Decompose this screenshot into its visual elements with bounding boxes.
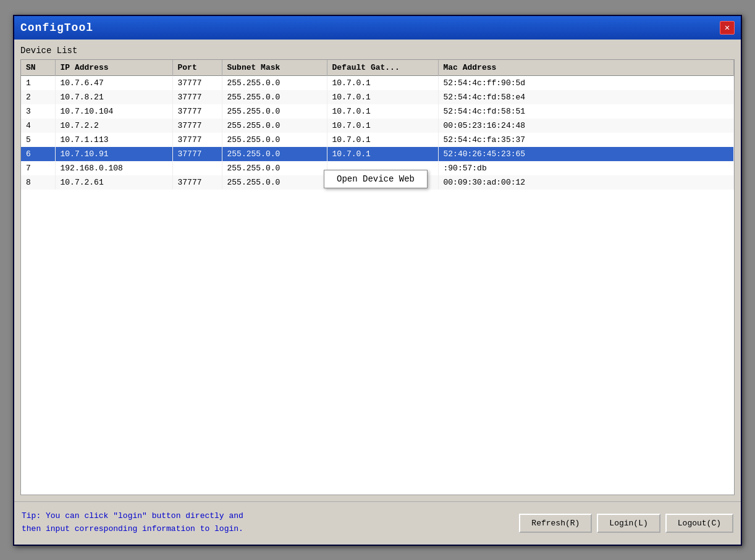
cell-sn: 7 <box>21 161 55 175</box>
title-bar: ConfigTool ✕ <box>14 16 741 40</box>
table-row[interactable]: 110.7.6.4737777255.255.0.010.7.0.152:54:… <box>21 75 734 90</box>
cell-ip: 10.7.1.113 <box>55 133 172 147</box>
cell-gateway: 10.7.0.1 <box>327 90 438 104</box>
cell-sn: 4 <box>21 119 55 133</box>
tip-text: Tip: You can click "login" button direct… <box>22 510 513 536</box>
cell-ip: 10.7.10.104 <box>55 104 172 119</box>
cell-subnet: 255.255.0.0 <box>222 90 327 104</box>
cell-ip: 10.7.10.91 <box>55 147 172 161</box>
cell-mac: 52:54:4c:ff:90:5d <box>438 75 734 90</box>
close-button[interactable]: ✕ <box>720 21 735 35</box>
cell-subnet: 255.255.0.0 <box>222 119 327 133</box>
col-port: Port <box>172 60 222 76</box>
cell-port: 37777 <box>172 90 222 104</box>
cell-subnet: 255.255.0.0 <box>222 75 327 90</box>
cell-mac: 00:05:23:16:24:48 <box>438 119 734 133</box>
table-row[interactable]: 510.7.1.11337777255.255.0.010.7.0.152:54… <box>21 133 734 147</box>
cell-ip: 10.7.2.61 <box>55 175 172 190</box>
cell-sn: 5 <box>21 133 55 147</box>
login-button[interactable]: Login(L) <box>597 514 660 533</box>
context-menu-open-device-web[interactable]: Open Device Web <box>324 170 427 188</box>
logout-button[interactable]: Logout(C) <box>665 514 733 533</box>
cell-ip: 10.7.6.47 <box>55 75 172 90</box>
cell-port <box>172 161 222 175</box>
device-list-table-container: SN IP Address Port Subnet Mask Default G… <box>20 59 735 495</box>
cell-ip: 192.168.0.108 <box>55 161 172 175</box>
cell-mac: 52:40:26:45:23:65 <box>438 147 734 161</box>
cell-port: 37777 <box>172 175 222 190</box>
footer-area: Tip: You can click "login" button direct… <box>14 501 741 545</box>
cell-mac: 52:54:4c:fd:58:51 <box>438 104 734 119</box>
content-area: Device List SN IP Address Port Subnet Ma… <box>14 40 741 501</box>
cell-mac: 00:09:30:ad:00:12 <box>438 175 734 190</box>
cell-gateway: 10.7.0.1 <box>327 133 438 147</box>
table-header-row: SN IP Address Port Subnet Mask Default G… <box>21 60 734 76</box>
main-window: ConfigTool ✕ Device List SN IP Address P… <box>13 15 742 546</box>
cell-subnet: 255.255.0.0 <box>222 175 327 190</box>
cell-ip: 10.7.8.21 <box>55 90 172 104</box>
cell-subnet: 255.255.0.0 <box>222 133 327 147</box>
cell-sn: 8 <box>21 175 55 190</box>
cell-port: 37777 <box>172 104 222 119</box>
cell-port: 37777 <box>172 119 222 133</box>
col-sn: SN <box>21 60 55 76</box>
window-title: ConfigTool <box>20 22 93 34</box>
cell-port: 37777 <box>172 147 222 161</box>
table-row[interactable]: 210.7.8.2137777255.255.0.010.7.0.152:54:… <box>21 90 734 104</box>
table-row[interactable]: 610.7.10.9137777255.255.0.010.7.0.152:40… <box>21 147 734 161</box>
cell-sn: 3 <box>21 104 55 119</box>
table-row[interactable]: 410.7.2.237777255.255.0.010.7.0.100:05:2… <box>21 119 734 133</box>
cell-gateway: 10.7.0.1 <box>327 104 438 119</box>
refresh-button[interactable]: Refresh(R) <box>519 514 592 533</box>
section-label: Device List <box>20 46 735 56</box>
context-menu: Open Device Web <box>324 170 428 188</box>
cell-mac: :90:57:db <box>438 161 734 175</box>
cell-subnet: 255.255.0.0 <box>222 161 327 175</box>
col-ip: IP Address <box>55 60 172 76</box>
cell-port: 37777 <box>172 75 222 90</box>
cell-sn: 1 <box>21 75 55 90</box>
cell-gateway: 10.7.0.1 <box>327 75 438 90</box>
col-mac: Mac Address <box>438 60 734 76</box>
cell-sn: 6 <box>21 147 55 161</box>
cell-ip: 10.7.2.2 <box>55 119 172 133</box>
cell-mac: 52:54:4c:fd:58:e4 <box>438 90 734 104</box>
cell-subnet: 255.255.0.0 <box>222 147 327 161</box>
cell-gateway: 10.7.0.1 <box>327 147 438 161</box>
col-gateway: Default Gat... <box>327 60 438 76</box>
cell-sn: 2 <box>21 90 55 104</box>
table-row[interactable]: 310.7.10.10437777255.255.0.010.7.0.152:5… <box>21 104 734 119</box>
cell-subnet: 255.255.0.0 <box>222 104 327 119</box>
cell-port: 37777 <box>172 133 222 147</box>
cell-gateway: 10.7.0.1 <box>327 119 438 133</box>
footer-buttons: Refresh(R) Login(L) Logout(C) <box>519 514 733 533</box>
col-subnet: Subnet Mask <box>222 60 327 76</box>
cell-mac: 52:54:4c:fa:35:37 <box>438 133 734 147</box>
